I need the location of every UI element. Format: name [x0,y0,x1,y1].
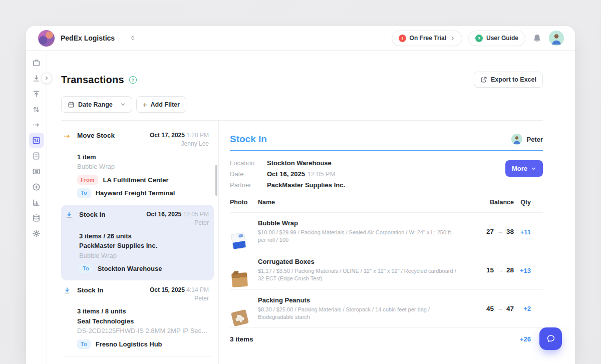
sidebar-item-reports[interactable] [29,195,44,210]
transaction-type: Stock In [79,210,146,218]
move-stock-menu-icon [32,121,41,129]
page-help-icon[interactable]: ? [129,76,137,84]
add-filter-button[interactable]: + Add Filter [136,96,186,113]
transaction-time: 4:14 PM [186,286,209,293]
board-icon [32,167,41,176]
transactions-icon [32,136,41,145]
app-name: PedEx Logistics [61,34,115,42]
sidebar-item-board[interactable] [29,164,44,179]
balance-after: 47 [506,305,514,312]
transaction-type: Move Stock [77,131,150,139]
notifications-bell-icon[interactable] [532,34,542,43]
export-icon [480,76,487,83]
user-avatar[interactable] [549,31,564,46]
product-details: $10.00 / $29.99 / Packing Materials / Se… [258,229,457,244]
partner-value: PackMaster Supplies Inc. [267,181,345,189]
chat-support-button[interactable] [539,327,562,350]
sidebar-item-transfer[interactable] [29,102,44,117]
transaction-user: Peter [150,294,209,303]
user-guide-button[interactable]: ? User Guide [468,31,525,46]
transfer-icon [32,105,41,114]
export-to-excel-button[interactable]: Export to Excel [474,72,543,88]
workspace-switcher-icon[interactable] [130,35,136,42]
to-badge: To [77,188,91,198]
table-row[interactable]: Bubble Wrap $10.00 / $29.99 / Packing Ma… [230,213,543,251]
transaction-user: Jenny Lee [150,140,209,148]
user-guide-label: User Guide [486,35,518,42]
add-circle-icon [32,183,41,191]
transaction-type: Stock In [77,286,150,294]
qty-change: +13 [520,267,531,274]
sidebar-expand-button[interactable] [41,73,52,84]
detail-user-avatar [511,134,522,145]
transaction-date: Oct 15, 2025 [150,286,185,293]
list-scrollbar-thumb[interactable] [215,165,217,196]
transaction-date: Oct 17, 2025 [150,132,185,139]
stock-in-icon [63,286,77,295]
column-header-name: Name [258,199,466,206]
export-label: Export to Excel [491,76,536,83]
location-value: Stockton Warehouse [267,159,332,167]
add-filter-label: Add Filter [151,101,180,108]
column-header-balance: Balance [466,199,514,206]
trial-alert-icon: ! [399,35,406,42]
chevron-down-icon [531,166,536,171]
stock-in-icon [65,210,79,219]
sidebar-item-database[interactable] [29,210,44,225]
transaction-item-stock-in[interactable]: Stock In Oct 15, 2025 11:30 AM Jenny Lee… [61,358,214,364]
date-value: Oct 16, 2025 [267,170,305,178]
move-stock-icon [63,131,77,140]
transaction-time: 1:28 PM [186,132,209,139]
document-icon [32,152,41,160]
transaction-product: Bubble Wrap [79,251,209,261]
items-table: Photo Name Balance Qty Bubble Wrap $10.0… [230,199,543,343]
balance-after: 28 [506,266,514,274]
transaction-date: Oct 16, 2025 [146,211,181,218]
sidebar-item-add[interactable] [29,179,44,194]
table-row[interactable]: Corrugated Boxes $1.17 / $3.50 / Packing… [230,251,543,290]
sidebar-item-move-stock[interactable] [29,117,44,132]
chat-bubble-icon [545,334,556,344]
sidebar-item-documents[interactable] [29,148,44,163]
location-label: Location [230,159,267,167]
from-badge: From [77,175,98,185]
guide-help-icon: ? [475,35,483,42]
transaction-item-move-stock[interactable]: Move Stock Oct 17, 2025 1:28 PM Jenny Le… [61,126,214,205]
transaction-item-stock-in-selected[interactable]: Stock In Oct 16, 2025 12:05 PM Peter 3 i… [61,205,214,280]
transaction-user: Peter [146,219,209,227]
date-range-label: Date Range [78,101,113,108]
stock-in-icon [32,74,41,83]
qty-change: +11 [520,228,531,236]
sidebar-item-transactions[interactable] [29,133,44,148]
gear-icon [32,229,41,238]
balance-before: 45 [486,305,494,312]
partner-label: Partner [230,181,267,189]
page-title: Transactions [61,74,124,86]
transaction-detail-panel: Stock In Peter Location Stockton Wareh [219,121,543,364]
product-name: Corrugated Boxes [258,258,457,265]
free-trial-button[interactable]: ! On Free Trial [392,31,462,46]
app-window: PedEx Logistics ! On Free Trial ? User G… [26,26,575,364]
more-label: More [512,165,527,172]
transaction-time: 12:05 PM [183,211,209,218]
detail-title: Stock In [230,134,267,145]
transaction-summary: 3 items / 26 units [79,231,209,241]
sidebar-item-stock-out[interactable] [29,86,44,101]
app-logo [38,30,55,47]
sidebar-item-packages[interactable] [29,55,44,70]
balance-before: 27 [486,228,494,235]
more-button[interactable]: More [505,160,543,177]
calendar-icon [68,101,75,108]
date-range-button[interactable]: Date Range [61,96,132,113]
to-location: Stockton Warehouse [98,264,162,274]
arrow-right-icon: → [497,305,503,312]
transaction-list: Move Stock Oct 17, 2025 1:28 PM Jenny Le… [61,121,219,364]
transaction-summary: 3 items / 8 units [77,306,209,316]
free-trial-label: On Free Trial [410,35,446,42]
balance-before: 15 [486,266,494,274]
qty-change: +2 [523,305,531,312]
arrow-right-icon: → [497,228,503,235]
sidebar-item-settings[interactable] [29,226,44,241]
table-row[interactable]: Packing Peanuts $8.30 / $25.00 / Packing… [230,290,543,328]
transaction-item-stock-in[interactable]: Stock In Oct 15, 2025 4:14 PM Peter 3 it… [61,280,214,356]
